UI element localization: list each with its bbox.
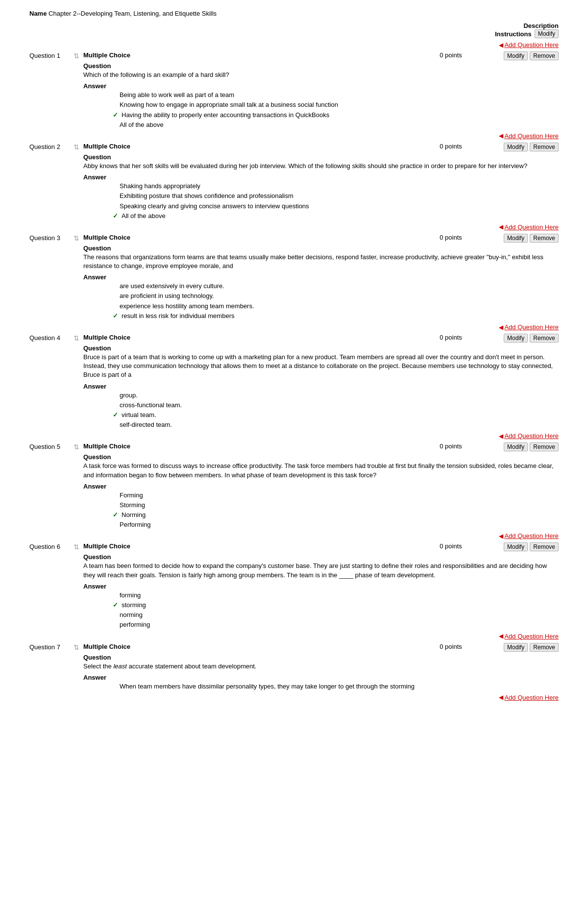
instructions-label: Instructions: [495, 30, 531, 38]
question-body-7: QuestionSelect the least accurate statem…: [83, 654, 559, 691]
question-modify-button-4[interactable]: Modify: [504, 334, 528, 343]
add-question-link-0[interactable]: Add Question Here: [504, 41, 559, 49]
question-header-row-7: Question 7⇅Multiple Choice0 pointsModify…: [29, 643, 559, 652]
answer-text-2-1: Shaking hands appropriately: [120, 182, 200, 191]
page-header: Name Chapter 2--Developing Team, Listeni…: [29, 10, 559, 17]
question-modify-button-6[interactable]: Modify: [504, 542, 528, 551]
answer-options-7: When team members have dissimilar person…: [113, 682, 559, 691]
question-type-1: Multiple Choice: [83, 51, 402, 59]
question-label-4: Question: [83, 344, 559, 352]
answer-label-4: Answer: [83, 383, 559, 390]
question-number-5: Question 5: [29, 442, 74, 450]
question-label-6: Question: [83, 553, 559, 561]
question-type-5: Multiple Choice: [83, 442, 402, 450]
question-label-1: Question: [83, 62, 559, 70]
question-actions-4: ModifyRemove: [500, 334, 559, 343]
questions-container: Question 1⇅Multiple Choice0 pointsModify…: [29, 51, 559, 701]
question-header-row-4: Question 4⇅Multiple Choice0 pointsModify…: [29, 334, 559, 343]
question-points-2: 0 points: [402, 143, 500, 150]
question-modify-button-3[interactable]: Modify: [504, 234, 528, 243]
add-question-row-6: ◀Add Question Here: [29, 633, 559, 640]
answer-text-6-2: storming: [122, 601, 146, 610]
answer-label-6: Answer: [83, 583, 559, 590]
instructions-row: Instructions Modify: [495, 29, 559, 38]
add-question-triangle-1: ◀: [499, 132, 503, 139]
question-body-4: QuestionBruce is part of a team that is …: [83, 344, 559, 429]
add-question-link-1[interactable]: Add Question Here: [504, 132, 559, 140]
answer-text-1-3: Having the ability to properly enter acc…: [122, 111, 329, 120]
answer-option-6-4: performing: [113, 620, 559, 629]
answer-option-2-4: ✓All of the above: [113, 212, 559, 221]
answer-text-5-3: Norming: [122, 511, 146, 519]
description-label: Description: [495, 22, 559, 29]
add-question-link-6[interactable]: Add Question Here: [504, 633, 559, 640]
question-drag-handle-7[interactable]: ⇅: [74, 643, 83, 651]
answer-option-2-3: Speaking clearly and giving concise answ…: [113, 202, 559, 211]
question-remove-button-7[interactable]: Remove: [530, 643, 559, 652]
question-remove-button-4[interactable]: Remove: [530, 334, 559, 343]
answer-text-5-1: Forming: [120, 491, 143, 500]
answer-option-3-3: experience less hostility among team mem…: [113, 302, 559, 311]
question-drag-handle-6[interactable]: ⇅: [74, 542, 83, 551]
question-drag-handle-4[interactable]: ⇅: [74, 334, 83, 342]
question-type-7: Multiple Choice: [83, 643, 402, 650]
question-drag-handle-5[interactable]: ⇅: [74, 442, 83, 451]
add-question-triangle-5: ◀: [499, 533, 503, 540]
answer-option-6-3: norming: [113, 611, 559, 619]
correct-checkmark-2-4: ✓: [113, 212, 120, 221]
question-modify-button-5[interactable]: Modify: [504, 442, 528, 451]
question-points-5: 0 points: [402, 442, 500, 450]
add-question-link-2[interactable]: Add Question Here: [504, 223, 559, 231]
answer-option-1-2: Knowing how to engage in appropriate sma…: [113, 100, 559, 109]
answer-option-3-1: are used extensively in every culture.: [113, 282, 559, 291]
answer-option-5-1: Forming: [113, 491, 559, 500]
question-block-1: Question 1⇅Multiple Choice0 pointsModify…: [29, 51, 559, 129]
add-question-link-3[interactable]: Add Question Here: [504, 323, 559, 331]
question-modify-button-1[interactable]: Modify: [504, 51, 528, 60]
question-text-3: The reasons that organizations form team…: [83, 253, 559, 270]
answer-label-5: Answer: [83, 483, 559, 490]
answer-text-4-3: virtual team.: [122, 411, 156, 419]
question-remove-button-1[interactable]: Remove: [530, 51, 559, 60]
question-modify-button-2[interactable]: Modify: [504, 143, 528, 151]
question-type-4: Multiple Choice: [83, 334, 402, 341]
question-type-3: Multiple Choice: [83, 234, 402, 241]
add-question-link-4[interactable]: Add Question Here: [504, 432, 559, 440]
question-header-row-2: Question 2⇅Multiple Choice0 pointsModify…: [29, 143, 559, 151]
question-modify-button-7[interactable]: Modify: [504, 643, 528, 652]
question-remove-button-2[interactable]: Remove: [530, 143, 559, 151]
answer-option-2-1: Shaking hands appropriately: [113, 182, 559, 191]
question-block-6: Question 6⇅Multiple Choice0 pointsModify…: [29, 542, 559, 629]
question-remove-button-6[interactable]: Remove: [530, 542, 559, 551]
question-drag-handle-1[interactable]: ⇅: [74, 51, 83, 60]
answer-text-3-1: are used extensively in every culture.: [120, 282, 224, 291]
add-question-triangle-2: ◀: [499, 223, 503, 230]
add-question-link-5[interactable]: Add Question Here: [504, 532, 559, 540]
answer-option-5-4: Performing: [113, 520, 559, 529]
question-drag-handle-2[interactable]: ⇅: [74, 143, 83, 151]
add-question-link-7[interactable]: Add Question Here: [504, 694, 559, 701]
answer-option-2-2: Exhibiting posture that shows confidence…: [113, 192, 559, 200]
answer-text-6-4: performing: [120, 620, 150, 629]
add-question-triangle-6: ◀: [499, 633, 503, 639]
answer-text-3-3: experience less hostility among team mem…: [120, 302, 254, 311]
question-points-4: 0 points: [402, 334, 500, 341]
question-text-5: A task force was formed to discuss ways …: [83, 462, 559, 479]
instructions-modify-button[interactable]: Modify: [535, 29, 559, 38]
answer-text-2-2: Exhibiting posture that shows confidence…: [120, 192, 294, 200]
answer-option-7-1: When team members have dissimilar person…: [113, 682, 559, 691]
answer-option-6-1: forming: [113, 591, 559, 600]
answer-text-2-4: All of the above: [122, 212, 166, 221]
question-remove-button-5[interactable]: Remove: [530, 442, 559, 451]
question-remove-button-3[interactable]: Remove: [530, 234, 559, 243]
question-body-1: QuestionWhich of the following is an exa…: [83, 62, 559, 129]
question-type-6: Multiple Choice: [83, 542, 402, 550]
question-points-6: 0 points: [402, 542, 500, 550]
answer-options-5: FormingStorming✓NormingPerforming: [113, 491, 559, 530]
question-actions-2: ModifyRemove: [500, 143, 559, 151]
correct-checkmark-5-3: ✓: [113, 511, 120, 519]
answer-label-2: Answer: [83, 173, 559, 181]
question-actions-3: ModifyRemove: [500, 234, 559, 243]
question-label-7: Question: [83, 654, 559, 661]
question-drag-handle-3[interactable]: ⇅: [74, 234, 83, 242]
